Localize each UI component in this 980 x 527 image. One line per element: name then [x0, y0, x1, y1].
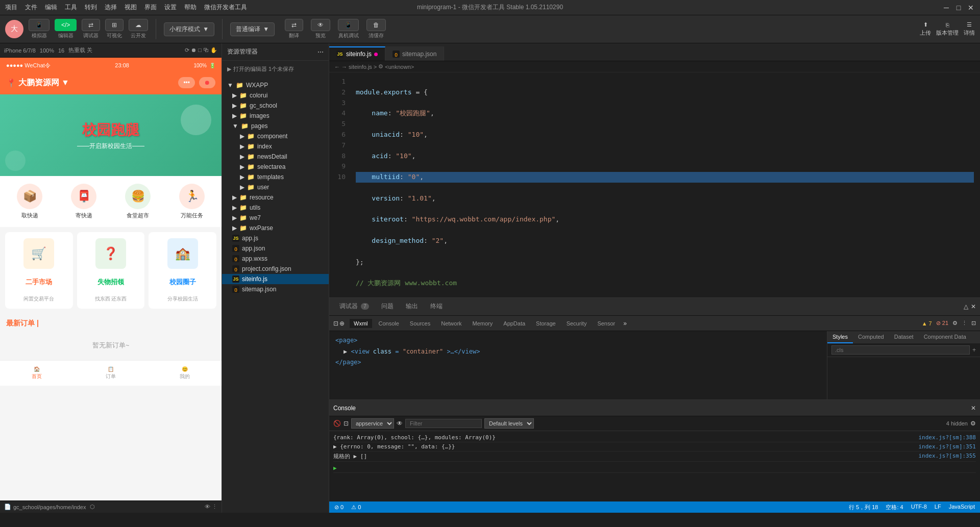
console-filter-input[interactable] [405, 419, 482, 428]
inspector-tab-wxml[interactable]: Wxml [350, 319, 372, 328]
file-sitemap-json[interactable]: {} sitemap.json [222, 284, 329, 294]
debugger-button[interactable]: ⇄ [82, 19, 100, 31]
minimize-button[interactable]: ─ [942, 4, 950, 12]
context-selector[interactable]: appservice [351, 418, 394, 429]
devtools-close-icon[interactable]: ✕ [971, 303, 976, 310]
maximize-button[interactable]: □ [954, 4, 963, 12]
inspector-tab-appdata[interactable]: AppData [499, 319, 529, 328]
folder-newsDetail[interactable]: ▶ 📁 newsDetail [222, 152, 329, 162]
cloud-button[interactable]: ☁ [129, 19, 148, 31]
tab-debugger[interactable]: 调试器 7 [333, 300, 375, 314]
tab-profile[interactable]: 😊 我的 [148, 361, 222, 386]
tab-output[interactable]: 输出 [400, 300, 424, 314]
tab-home[interactable]: 🏠 首页 [0, 361, 74, 386]
window-controls[interactable]: ─ □ ✕ [942, 4, 975, 12]
menu-wechat-devtools[interactable]: 微信开发者工具 [204, 3, 247, 12]
icon-item-2[interactable]: 🍔 食堂超市 [113, 184, 162, 219]
clear-cache-button[interactable]: 🗑 [366, 19, 386, 31]
folder-selectarea[interactable]: ▶ 📁 selectarea [222, 162, 329, 172]
file-project-config[interactable]: {} project.config.json [222, 264, 329, 274]
folder-component[interactable]: ▶ 📁 component [222, 131, 329, 141]
compile-selector[interactable]: 普通编译 ▼ [230, 22, 275, 36]
icon-item-1[interactable]: 📮 寄快递 [59, 184, 108, 219]
folder-we7[interactable]: ▶ 📁 we7 [222, 213, 329, 223]
service-card-2[interactable]: 🏫 校园圈子 分享校园生活 [149, 232, 216, 309]
file-app-json[interactable]: {} app.json [222, 243, 329, 254]
styles-tab-styles[interactable]: Styles [827, 331, 853, 343]
preserve-log-icon[interactable]: ⊡ [344, 420, 349, 427]
more-icon[interactable]: ⋮ [962, 320, 967, 327]
folder-utils[interactable]: ▶ 📁 utils [222, 203, 329, 213]
mode-selector[interactable]: 小程序模式 ▼ [164, 22, 214, 36]
menu-project[interactable]: 项目 [5, 3, 17, 12]
simulator-button[interactable]: 📱 [29, 19, 50, 31]
inspector-tab-console[interactable]: Console [375, 319, 403, 328]
menu-view[interactable]: 视图 [125, 3, 137, 12]
styles-filter-input[interactable] [831, 345, 970, 355]
tab-problems[interactable]: 问题 [375, 300, 400, 314]
folder-colorui[interactable]: ▶ 📁 colorui [222, 90, 329, 101]
wxapp-folder[interactable]: ▼ 📁 WXAPP [222, 80, 329, 90]
log-src-1[interactable]: index.js?[sm]:351 [918, 443, 976, 450]
inspect-icon[interactable]: ⊕ [339, 320, 345, 327]
folder-images[interactable]: ▶ 📁 images [222, 111, 329, 121]
visual-button[interactable]: ⊞ [105, 19, 124, 31]
inspector-tab-network[interactable]: Network [437, 319, 465, 328]
service-card-0[interactable]: 🛒 二手市场 闲置交易平台 [5, 232, 73, 309]
folder-index[interactable]: ▶ 📁 index [222, 141, 329, 152]
log-item-prompt[interactable]: ▶ [333, 464, 976, 473]
titlebar-menu[interactable]: 项目 文件 编辑 工具 转到 选择 视图 界面 设置 帮助 微信开发者工具 [5, 3, 247, 12]
close-button[interactable]: ✕ [967, 4, 975, 12]
clear-cache-button-group[interactable]: 🗑 清缓存 [366, 19, 386, 39]
console-settings-icon[interactable]: ⚙ [970, 420, 976, 427]
console-tab-label[interactable]: Console [333, 405, 356, 412]
translate-button[interactable]: ⇄ [285, 19, 303, 31]
log-src-2[interactable]: index.js?[sm]:355 [918, 453, 976, 459]
settings-icon[interactable]: ⚙ [952, 320, 958, 327]
nav-back-icon[interactable]: ← [334, 64, 340, 70]
tab-sitemap-json[interactable]: {} sitemap.json [385, 46, 444, 61]
tab-terminal[interactable]: 终端 [424, 300, 449, 314]
eye-icon[interactable]: 👁 [397, 420, 403, 427]
styles-tab-component[interactable]: Component Data [919, 331, 971, 343]
menu-tools[interactable]: 工具 [65, 3, 77, 12]
styles-tab-computed[interactable]: Computed [853, 331, 889, 343]
version-manage-button[interactable]: ⎘ 版本管理 [936, 22, 959, 37]
translate-button-group[interactable]: ⇄ 翻译 [285, 19, 303, 39]
icon-item-0[interactable]: 📦 取快递 [5, 184, 54, 219]
folder-templates[interactable]: ▶ 📁 templates [222, 172, 329, 182]
debugger-button-group[interactable]: ⇄ 调试器 [82, 19, 100, 39]
selector-icon[interactable]: ⊡ [333, 320, 338, 327]
more-button[interactable]: ••• [178, 77, 195, 88]
devtools-expand-icon[interactable]: △ [964, 303, 968, 310]
visual-button-group[interactable]: ⊞ 可视化 [105, 19, 124, 39]
editor-button[interactable]: </> [55, 19, 77, 31]
details-button[interactable]: ☰ 详情 [964, 21, 975, 37]
console-close-icon[interactable]: ✕ [971, 405, 976, 412]
file-siteinfo-js[interactable]: JS siteinfo.js [222, 274, 329, 284]
log-src-0[interactable]: index.js?[sm]:388 [918, 434, 976, 441]
menu-help[interactable]: 帮助 [184, 3, 197, 12]
add-style-icon[interactable]: + [972, 346, 976, 354]
real-debug-button[interactable]: 📱 [338, 19, 359, 31]
location-label[interactable]: 📍 大鹏资源网 ▼ [6, 78, 69, 88]
folder-pages[interactable]: ▼ 📁 pages [222, 121, 329, 131]
preview-button[interactable]: 👁 [311, 19, 330, 31]
menu-settings[interactable]: 设置 [164, 3, 177, 12]
nav-forward-icon[interactable]: → [341, 64, 347, 70]
file-app-js[interactable]: JS app.js [222, 233, 329, 243]
clear-console-icon[interactable]: 🚫 [333, 420, 341, 427]
folder-wxParse[interactable]: ▶ 📁 wxParse [222, 223, 329, 233]
avatar[interactable]: 大 [5, 20, 23, 38]
tab-orders[interactable]: 📋 订单 [74, 361, 148, 386]
code-content[interactable]: module.exports = { name: "校园跑腿", uniacid… [350, 72, 980, 297]
menu-select[interactable]: 选择 [105, 3, 117, 12]
explorer-more-icon[interactable]: ⋯ [317, 48, 324, 56]
icon-item-3[interactable]: 🏃 万能任务 [167, 184, 216, 219]
undock-icon[interactable]: ⊡ [971, 320, 976, 327]
upload-button[interactable]: ⬆ 上传 [920, 21, 931, 37]
folder-user[interactable]: ▶ 📁 user [222, 182, 329, 192]
menu-edit[interactable]: 编辑 [45, 3, 57, 12]
more-tabs-icon[interactable]: » [623, 320, 627, 327]
inspector-tab-sources[interactable]: Sources [406, 319, 434, 328]
